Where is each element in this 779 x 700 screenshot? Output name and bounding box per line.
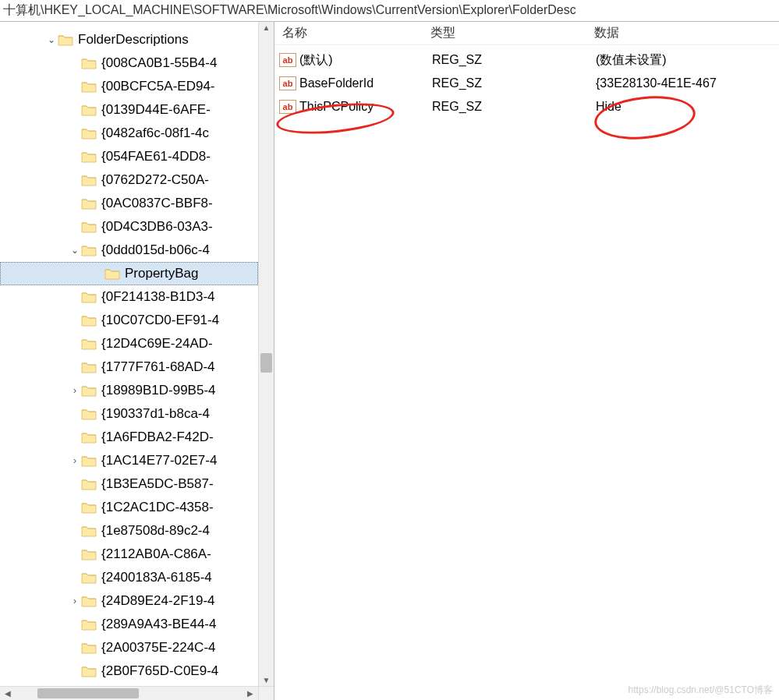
folder-icon — [81, 454, 97, 467]
scroll-corner — [258, 686, 274, 700]
value-name: ThisPCPolicy — [299, 100, 432, 114]
tree-item[interactable]: ›{18989B1D-99B5-4 — [0, 379, 258, 402]
tree-item[interactable]: ·{1C2AC1DC-4358- — [0, 496, 258, 519]
tree-item-label: {0139D44E-6AFE- — [101, 102, 211, 118]
scroll-up-icon[interactable]: ▲ — [259, 23, 274, 32]
tree-item-label: {008CA0B1-55B4-4 — [101, 55, 217, 71]
tree-item[interactable]: ·{190337d1-b8ca-4 — [0, 402, 258, 426]
tree-item[interactable]: ·{1e87508d-89c2-4 — [0, 519, 258, 543]
tree-item-label: {2A00375E-224C-4 — [101, 640, 216, 656]
tree-item[interactable]: ·{2A00375E-224C-4 — [0, 636, 258, 659]
expand-toggle-icon[interactable]: › — [69, 455, 81, 466]
horizontal-scrollbar[interactable]: ◀ ▶ — [0, 686, 258, 700]
scroll-right-icon[interactable]: ▶ — [244, 687, 257, 700]
folder-icon — [81, 174, 97, 186]
tree-item-label: FolderDescriptions — [78, 32, 189, 48]
tree-item-label: {1A6FDBA2-F42D- — [101, 430, 214, 445]
tree-item-label: {00BCFC5A-ED94- — [101, 79, 215, 94]
tree-item-label: {0AC0837C-BBF8- — [101, 196, 213, 211]
folder-icon — [81, 642, 97, 654]
tree-item[interactable]: ·{1B3EA5DC-B587- — [0, 472, 258, 496]
tree-item[interactable]: ·{2112AB0A-C86A- — [0, 543, 258, 566]
tree-panel: ⌄FolderDescriptions·{008CA0B1-55B4-4·{00… — [0, 22, 274, 700]
value-name: (默认) — [299, 52, 432, 69]
tree-item[interactable]: ·{1A6FDBA2-F42D- — [0, 426, 258, 449]
tree-item-label: {18989B1D-99B5-4 — [101, 383, 216, 398]
list-panel: 名称 类型 数据 ab(默认)REG_SZ(数值未设置)abBaseFolder… — [274, 22, 779, 700]
tree-item-label: {10C07CD0-EF91-4 — [101, 313, 219, 328]
folder-icon — [81, 595, 97, 607]
vertical-scroll-thumb[interactable] — [260, 353, 272, 373]
tree-item[interactable]: ›{1AC14E77-02E7-4 — [0, 449, 258, 472]
tree-item[interactable]: ·{0D4C3DB6-03A3- — [0, 215, 258, 239]
svg-text:ab: ab — [283, 102, 293, 111]
tree-item-label: {2B0F765D-C0E9-4 — [101, 663, 218, 679]
tree-item[interactable]: ·{008CA0B1-55B4-4 — [0, 51, 258, 75]
column-header-name[interactable]: 名称 — [274, 25, 430, 41]
string-value-icon: ab — [279, 76, 296, 90]
tree-item[interactable]: ·{0762D272-C50A- — [0, 168, 258, 192]
folder-icon — [58, 34, 73, 46]
tree-item[interactable]: ⌄FolderDescriptions — [0, 28, 258, 51]
list-row[interactable]: ab(默认)REG_SZ(数值未设置) — [274, 48, 779, 72]
value-data: (数值未设置) — [596, 52, 779, 69]
folder-icon — [81, 408, 97, 420]
folder-icon — [81, 665, 97, 677]
tree-item[interactable]: ·{10C07CD0-EF91-4 — [0, 309, 258, 332]
tree-item[interactable]: ·{12D4C69E-24AD- — [0, 332, 258, 355]
tree-item[interactable]: ·{0F214138-B1D3-4 — [0, 285, 258, 309]
tree-item[interactable]: ·{289A9A43-BE44-4 — [0, 613, 258, 636]
tree-item-label: {0F214138-B1D3-4 — [101, 289, 215, 305]
tree-item-label: {1e87508d-89c2-4 — [101, 523, 210, 539]
folder-icon — [81, 244, 97, 256]
list-header[interactable]: 名称 类型 数据 — [274, 22, 779, 45]
tree-item-label: {1B3EA5DC-B587- — [101, 476, 214, 492]
folder-icon — [81, 57, 97, 69]
string-value-icon: ab — [279, 53, 296, 67]
tree-item[interactable]: ·{0139D44E-6AFE- — [0, 98, 258, 122]
expand-toggle-icon[interactable]: ⌄ — [69, 245, 81, 256]
tree-item[interactable]: ·{054FAE61-4DD8- — [0, 145, 258, 168]
column-header-data[interactable]: 数据 — [594, 25, 779, 41]
horizontal-scroll-thumb[interactable] — [37, 688, 139, 698]
expand-toggle-icon[interactable]: › — [69, 385, 81, 396]
value-name: BaseFolderId — [299, 76, 432, 90]
tree-item[interactable]: ⌄{0ddd015d-b06c-4 — [0, 239, 258, 262]
list-row[interactable]: abThisPCPolicyREG_SZHide — [274, 95, 779, 118]
list-row[interactable]: abBaseFolderIdREG_SZ{33E28130-4E1E-467 — [274, 72, 779, 95]
address-path: 十算机\HKEY_LOCAL_MACHINE\SOFTWARE\Microsof… — [3, 2, 576, 19]
tree-item-label: {054FAE61-4DD8- — [101, 149, 211, 164]
tree-item[interactable]: ›{24D89E24-2F19-4 — [0, 589, 258, 613]
folder-icon — [81, 197, 97, 210]
tree-item-label: PropertyBag — [125, 266, 199, 281]
tree-item[interactable]: ·{0AC0837C-BBF8- — [0, 192, 258, 215]
tree-item[interactable]: ·{00BCFC5A-ED94- — [0, 75, 258, 98]
folder-icon — [104, 267, 120, 280]
tree-item-label: {1777F761-68AD-4 — [101, 359, 215, 375]
folder-icon — [81, 338, 97, 350]
tree-item-label: {1AC14E77-02E7-4 — [101, 453, 217, 468]
vertical-scrollbar[interactable]: ▲ ▼ — [258, 22, 274, 686]
tree-item[interactable]: ·{2400183A-6185-4 — [0, 566, 258, 589]
column-header-type[interactable]: 类型 — [430, 25, 594, 41]
value-type: REG_SZ — [432, 100, 596, 114]
address-bar[interactable]: 十算机\HKEY_LOCAL_MACHINE\SOFTWARE\Microsof… — [0, 0, 779, 22]
tree-item[interactable]: ·PropertyBag — [0, 262, 258, 285]
tree-item-label: {190337d1-b8ca-4 — [101, 406, 210, 422]
tree-item-label: {0D4C3DB6-03A3- — [101, 219, 213, 235]
value-type: REG_SZ — [432, 76, 596, 90]
svg-text:ab: ab — [283, 55, 293, 65]
tree-item-label: {0ddd015d-b06c-4 — [101, 242, 210, 258]
tree-item[interactable]: ·{0482af6c-08f1-4c — [0, 122, 258, 145]
tree-item[interactable]: ·{2B0F765D-C0E9-4 — [0, 659, 258, 683]
tree-item-label: {2400183A-6185-4 — [101, 570, 212, 585]
expand-toggle-icon[interactable]: › — [69, 596, 81, 606]
tree-item[interactable]: ·{1777F761-68AD-4 — [0, 355, 258, 379]
folder-icon — [81, 384, 97, 397]
scroll-left-icon[interactable]: ◀ — [2, 687, 14, 700]
scroll-down-icon[interactable]: ▼ — [259, 676, 274, 684]
tree-item-label: {289A9A43-BE44-4 — [101, 617, 216, 632]
folder-icon — [81, 291, 97, 303]
expand-toggle-icon[interactable]: ⌄ — [45, 34, 58, 45]
folder-icon — [81, 478, 97, 490]
